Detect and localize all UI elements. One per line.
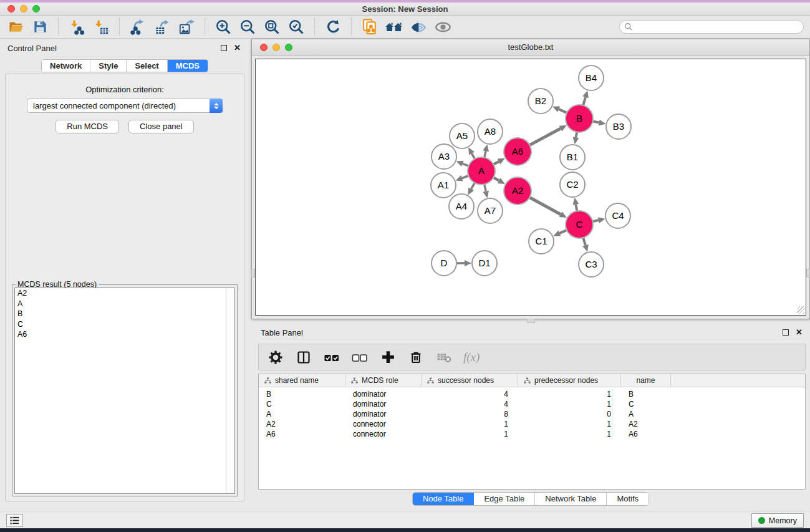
- graph-node-B3[interactable]: B3: [606, 114, 631, 139]
- table-row[interactable]: Adominator80A: [259, 409, 805, 419]
- network-canvas[interactable]: B4B2BB3A8A5A6A3B1AA1C2A2A4A7C4CC1DD1C3: [255, 59, 806, 316]
- minimize-window-button[interactable]: [20, 5, 27, 12]
- zoom-selected-icon[interactable]: [287, 17, 306, 36]
- window-edge-handle-left[interactable]: [251, 269, 255, 278]
- zoom-fit-icon[interactable]: [263, 17, 281, 36]
- table-row[interactable]: A6connector11A6: [259, 429, 805, 439]
- graph-node-A7[interactable]: A7: [478, 198, 503, 223]
- graph-node-A3[interactable]: A3: [432, 144, 456, 169]
- column-header-predecessor-nodes[interactable]: predecessor nodes: [518, 374, 621, 387]
- tab-network[interactable]: Network: [42, 60, 90, 72]
- first-neighbors-icon[interactable]: [385, 17, 403, 36]
- graph-node-C4[interactable]: C4: [605, 203, 630, 228]
- tab-node-table[interactable]: Node Table: [413, 493, 475, 505]
- network-graph[interactable]: B4B2BB3A8A5A6A3B1AA1C2A2A4A7C4CC1DD1C3: [256, 59, 807, 319]
- node-label: A7: [485, 205, 496, 216]
- close-window-button[interactable]: [7, 5, 15, 12]
- export-network-icon[interactable]: [128, 17, 147, 36]
- hide-details-icon[interactable]: [409, 17, 428, 36]
- network-close-button[interactable]: [260, 44, 268, 51]
- select-all-icon[interactable]: [323, 349, 340, 366]
- cell-mcds-role: connector: [345, 430, 422, 438]
- tab-edge-table[interactable]: Edge Table: [474, 493, 535, 505]
- deselect-all-icon[interactable]: [351, 349, 369, 366]
- graph-node-C2[interactable]: C2: [560, 172, 585, 197]
- float-table-panel-icon[interactable]: [783, 329, 789, 336]
- node-table[interactable]: shared nameMCDS rolesuccessor nodesprede…: [258, 374, 806, 490]
- search-field[interactable]: [619, 20, 804, 34]
- column-header-mcds-role[interactable]: MCDS role: [345, 374, 422, 387]
- show-column-icon[interactable]: [295, 349, 312, 366]
- graph-node-B[interactable]: B: [566, 105, 593, 132]
- graph-node-A5[interactable]: A5: [450, 123, 475, 148]
- graph-node-A2[interactable]: A2: [504, 177, 531, 205]
- graph-node-C3[interactable]: C3: [579, 252, 604, 277]
- table-row[interactable]: Bdominator41B: [259, 389, 805, 399]
- show-details-icon[interactable]: [433, 17, 452, 36]
- close-panel-button[interactable]: Close panel: [128, 120, 194, 133]
- export-image-icon[interactable]: [177, 17, 196, 36]
- column-header-name[interactable]: name: [621, 374, 671, 387]
- table-row[interactable]: Cdominator41C: [259, 399, 805, 409]
- column-header-successor-nodes[interactable]: successor nodes: [422, 374, 518, 387]
- clone-network-icon[interactable]: [360, 17, 379, 36]
- optimization-criterion-dropdown[interactable]: largest connected component (directed): [27, 99, 223, 113]
- result-list-item[interactable]: A6: [15, 329, 234, 340]
- network-window-titlebar[interactable]: testGlobe.txt: [252, 39, 809, 56]
- resize-grip-icon[interactable]: [797, 306, 805, 314]
- refresh-layout-icon[interactable]: [324, 17, 342, 36]
- mcds-result-list[interactable]: A2ABCA6: [14, 288, 235, 494]
- add-column-icon[interactable]: [379, 349, 397, 366]
- column-header-shared-name[interactable]: shared name: [259, 374, 345, 387]
- table-settings-gear-icon[interactable]: [267, 349, 284, 366]
- run-mcds-button[interactable]: Run MCDS: [55, 120, 119, 133]
- float-panel-icon[interactable]: [221, 45, 227, 51]
- zoom-in-icon[interactable]: [214, 17, 233, 36]
- task-history-button[interactable]: [6, 514, 23, 527]
- tab-select[interactable]: Select: [127, 60, 167, 72]
- result-list-item[interactable]: C: [15, 319, 234, 330]
- graph-node-D1[interactable]: D1: [472, 251, 497, 276]
- split-divider-handle[interactable]: [527, 319, 535, 323]
- status-bar: Memory: [0, 511, 810, 528]
- result-list-item[interactable]: A2: [15, 288, 234, 299]
- graph-node-A[interactable]: A: [468, 157, 495, 185]
- result-list-item[interactable]: B: [15, 309, 234, 319]
- result-list-item[interactable]: A: [15, 299, 234, 309]
- delete-column-icon[interactable]: [407, 349, 425, 366]
- graph-node-B4[interactable]: B4: [579, 65, 604, 90]
- graph-node-B1[interactable]: B1: [560, 145, 585, 170]
- network-minimize-button[interactable]: [272, 44, 280, 51]
- graph-node-A6[interactable]: A6: [504, 138, 531, 165]
- open-session-icon[interactable]: [6, 17, 25, 36]
- memory-button[interactable]: Memory: [751, 513, 804, 528]
- graph-node-C[interactable]: C: [566, 211, 593, 238]
- graph-node-B2[interactable]: B2: [528, 89, 553, 114]
- delete-table-icon: [435, 349, 453, 366]
- result-list-scrollbar[interactable]: [226, 288, 234, 493]
- graph-node-D[interactable]: D: [432, 251, 456, 276]
- close-panel-icon[interactable]: ✕: [234, 44, 241, 51]
- close-table-panel-icon[interactable]: ✕: [796, 329, 803, 336]
- tab-mcds[interactable]: MCDS: [168, 60, 208, 72]
- maximize-window-button[interactable]: [32, 5, 40, 12]
- tab-style[interactable]: Style: [90, 60, 127, 72]
- search-input[interactable]: [636, 22, 799, 31]
- table-row[interactable]: A2connector11A2: [259, 419, 805, 429]
- cell-name: B: [621, 390, 671, 399]
- save-session-icon[interactable]: [31, 17, 49, 36]
- graph-node-A4[interactable]: A4: [449, 194, 474, 219]
- import-network-icon[interactable]: [67, 17, 86, 36]
- graph-node-C1[interactable]: C1: [529, 229, 554, 254]
- import-table-icon[interactable]: [92, 17, 110, 36]
- network-maximize-button[interactable]: [285, 44, 292, 51]
- column-header-label: MCDS role: [362, 376, 398, 385]
- window-edge-handle-right[interactable]: [806, 269, 810, 278]
- graph-node-A1[interactable]: A1: [431, 173, 456, 198]
- tab-motifs[interactable]: Motifs: [607, 493, 648, 505]
- export-table-icon[interactable]: [153, 17, 171, 36]
- tab-network-table[interactable]: Network Table: [535, 493, 607, 505]
- graph-node-A8[interactable]: A8: [478, 119, 503, 144]
- zoom-out-icon[interactable]: [238, 17, 257, 36]
- dropdown-stepper[interactable]: [210, 99, 223, 113]
